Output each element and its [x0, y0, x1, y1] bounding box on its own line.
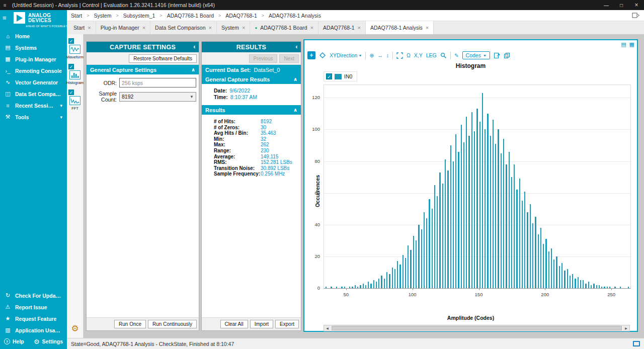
scrollbar-thumb[interactable] — [332, 326, 622, 330]
close-icon[interactable]: × — [242, 25, 245, 31]
close-icon[interactable]: × — [88, 25, 91, 31]
sidebar-item-settings[interactable]: ⚙ Settings — [34, 338, 63, 345]
run-continuously-button[interactable]: Run Continuously — [148, 320, 197, 328]
general-capture-results-bar[interactable]: General Capture Results ∧ — [202, 74, 301, 84]
undo-zoom-icon[interactable]: Ω — [407, 52, 411, 58]
breadcrumb-item-subsystem-1[interactable]: Subsystem_1 — [123, 13, 155, 19]
close-button[interactable]: × — [629, 0, 644, 10]
view-fft[interactable]: ✓FFT — [67, 90, 83, 111]
sidebar-footer: ? Help ⚙ Settings — [0, 336, 67, 349]
collapse-up-icon[interactable]: ∧ — [191, 67, 195, 72]
tab-adaq7768-1-board[interactable]: ●ADAQ7768-1 Board× — [250, 21, 318, 34]
sample-count-dropdown[interactable]: 8192 ▼ — [119, 92, 196, 102]
sidebar-item-request-feature[interactable]: ★Request Feature — [0, 313, 67, 324]
collapse-left-icon[interactable]: ‹ — [295, 43, 298, 50]
sidebar-item-systems[interactable]: ▤Systems — [0, 42, 67, 53]
tab-start[interactable]: Start× — [69, 21, 96, 34]
import-button[interactable]: Import — [250, 320, 273, 328]
tab-plug-in-manager[interactable]: Plug-in Manager× — [96, 21, 150, 34]
y-scroll-icon[interactable]: ↕ — [386, 52, 389, 58]
sidebar-item-report-issue[interactable]: ⚠Report Issue — [0, 301, 67, 313]
close-icon[interactable]: × — [142, 25, 145, 31]
sidebar-item-check-for-updates[interactable]: ↻Check For Updates — [0, 290, 67, 301]
view-histogram[interactable]: ✓Histogram — [67, 64, 83, 85]
scroll-left-icon[interactable]: ◀ — [324, 325, 331, 331]
collapse-up-icon[interactable]: ∧ — [293, 107, 297, 113]
tab-system[interactable]: System× — [217, 21, 250, 34]
zoom-box-icon[interactable] — [440, 52, 447, 59]
sidebar-item-data-set-comparison[interactable]: ◫Data Set Comparison — [0, 88, 67, 100]
close-icon[interactable]: × — [426, 25, 429, 31]
chart-list-icon[interactable]: ▤ — [621, 41, 626, 48]
clear-all-button[interactable]: Clear All — [220, 320, 248, 328]
legend-checkbox[interactable]: ✓ — [326, 73, 332, 79]
sidebar-item-tools[interactable]: ⚒Tools▾ — [0, 111, 67, 123]
cursor-tool-icon[interactable]: + — [307, 51, 315, 59]
breadcrumb-item-adaq7768-1-analysis[interactable]: ADAQ7768-1 Analysis — [269, 13, 321, 19]
breadcrumb-item-adaq7768-1[interactable]: ADAQ7768-1 — [225, 13, 257, 19]
zoom-extents-icon[interactable] — [396, 52, 403, 59]
breadcrumb-item-system[interactable]: System — [94, 13, 111, 19]
breadcrumb-item-start[interactable]: Start — [71, 13, 82, 19]
chart-horizontal-scrollbar[interactable]: ◀ ▶ — [324, 325, 630, 331]
analysis-settings-gear-icon[interactable]: ⚙ — [67, 323, 83, 334]
odr-input[interactable] — [119, 78, 196, 88]
tab-data-set-comparison[interactable]: Data Set Comparison× — [150, 21, 217, 34]
minimize-button[interactable]: — — [599, 0, 614, 10]
sidebar-item-vector-generator[interactable]: ∿Vector Generator — [0, 76, 67, 88]
chart-grid-icon[interactable]: ▦ — [629, 41, 634, 48]
histogram-checkbox[interactable]: ✓ — [68, 64, 74, 69]
results-section-bar[interactable]: Results ∧ — [202, 105, 301, 115]
tab-adaq7768-1[interactable]: ADAQ7768-1× — [318, 21, 366, 34]
stat-row: # of Zeros:30 — [214, 125, 299, 131]
hamburger-menu-icon[interactable]: ≡ — [3, 14, 11, 22]
close-icon[interactable]: × — [358, 25, 361, 31]
sidebar-item-home[interactable]: ⌂Home — [0, 30, 67, 42]
legend-toggle-tool[interactable]: LEG — [426, 52, 437, 58]
copy-icon[interactable] — [504, 52, 510, 59]
maximize-button[interactable]: □ — [614, 0, 629, 10]
tab-adaq7768-1-analysis[interactable]: ADAQ7768-1 Analysis× — [366, 21, 434, 34]
run-once-button[interactable]: Run Once — [114, 320, 146, 328]
export-button[interactable]: Export — [275, 320, 299, 328]
axis-drag-tool[interactable]: X,Y — [414, 52, 423, 58]
zoom-xy-icon[interactable]: ⊕ — [369, 52, 374, 58]
stat-value: 32 — [261, 136, 299, 142]
sidebar-item-help[interactable]: ? Help — [4, 338, 24, 344]
plot-area[interactable] — [324, 84, 631, 289]
fft-checkbox[interactable]: ✓ — [68, 90, 74, 95]
waveform-checkbox[interactable]: ✓ — [68, 38, 74, 44]
sidebar-item-recent-sessions[interactable]: ≡Recent Sessions▾ — [0, 100, 67, 111]
next-button[interactable]: Next — [279, 54, 299, 63]
collapse-left-icon[interactable]: ‹ — [193, 43, 196, 50]
brush-tool-icon[interactable] — [319, 52, 326, 59]
x-scroll-icon[interactable]: ↔ — [377, 52, 383, 58]
scroll-right-icon[interactable]: ▶ — [623, 325, 629, 331]
histogram-bar — [432, 209, 433, 288]
sidebar-item-remoting-console[interactable]: ›_Remoting Console — [0, 65, 67, 76]
xydirection-dropdown[interactable]: XYDirection ▼ — [330, 52, 362, 58]
close-icon[interactable]: × — [209, 25, 212, 31]
sidebar-item-plug-in-manager[interactable]: ▦Plug-in Manager — [0, 53, 67, 65]
previous-button[interactable]: Previous — [249, 54, 278, 63]
sidebar-item-label: Report Issue — [15, 304, 62, 310]
x-tick-mark — [611, 288, 612, 290]
histogram-bar — [570, 276, 571, 288]
histogram-bar — [548, 251, 549, 288]
restore-defaults-button[interactable]: Restore Software Defaults — [129, 54, 197, 63]
close-icon[interactable]: × — [310, 25, 313, 31]
display-icon[interactable] — [633, 341, 640, 346]
sidebar-logo-block: ≡ ANALOG DEVICES AHEAD OF WHAT'S POSSIBL… — [0, 10, 67, 30]
export-image-icon[interactable] — [494, 52, 500, 59]
general-capture-settings-bar[interactable]: General Capture Settings ∧ — [87, 65, 199, 74]
histogram-bar — [503, 139, 504, 288]
collapse-up-icon[interactable]: ∧ — [293, 76, 297, 82]
navigate-map-icon[interactable] — [632, 12, 640, 19]
breadcrumb-item-adaq7768-1-board[interactable]: ADAQ7768-1 Board — [167, 13, 214, 19]
annotation-pencil-icon[interactable]: ✎ — [454, 52, 459, 58]
sidebar-item-application-usage-logging[interactable]: ▥Application Usage Logging — [0, 324, 67, 336]
breadcrumb-separator: > — [218, 13, 221, 18]
scrollbar-track[interactable] — [331, 325, 623, 331]
codes-dropdown[interactable]: Codes ▼ — [462, 51, 490, 59]
view-waveform[interactable]: ✓Waveform — [67, 38, 83, 59]
